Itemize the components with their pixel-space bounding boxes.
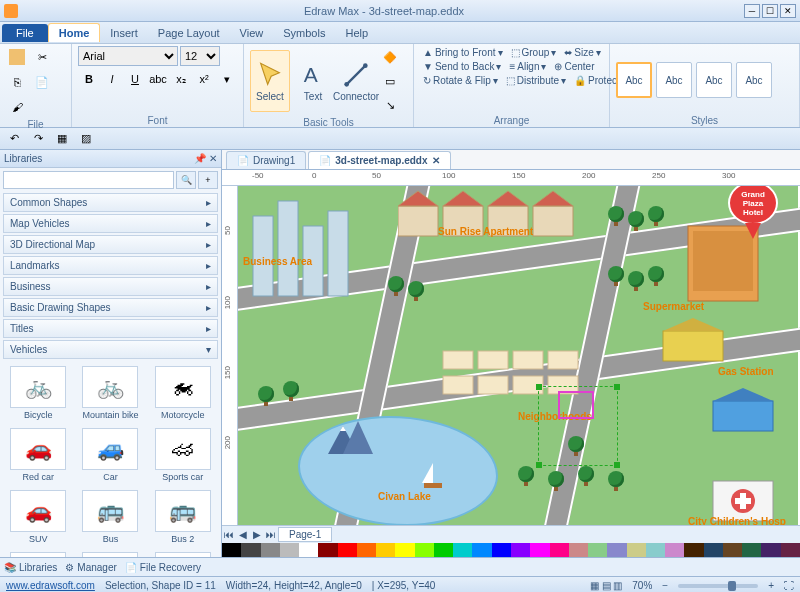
- style-swatch-3[interactable]: Abc: [696, 62, 732, 98]
- color-swatch[interactable]: [704, 543, 723, 557]
- shape-car[interactable]: 🚙Car: [76, 426, 144, 484]
- text-tool[interactable]: A Text: [293, 50, 333, 112]
- color-swatch[interactable]: [607, 543, 626, 557]
- select-tool[interactable]: Select: [250, 50, 290, 112]
- canvas[interactable]: Business Area Sun Rise Apartment Superma…: [238, 186, 800, 525]
- color-swatch[interactable]: [550, 543, 569, 557]
- style-swatch-2[interactable]: Abc: [656, 62, 692, 98]
- snap-button[interactable]: ▨: [76, 130, 96, 148]
- zoom-out-button[interactable]: −: [662, 580, 668, 591]
- style-swatch-4[interactable]: Abc: [736, 62, 772, 98]
- view-mode-icons[interactable]: ▦ ▤ ▥: [590, 580, 623, 591]
- new-button[interactable]: 📄: [31, 71, 53, 93]
- shape-helicopter[interactable]: 🚁Helicopter: [4, 550, 72, 557]
- color-swatch[interactable]: [684, 543, 703, 557]
- library-add-button[interactable]: +: [198, 171, 218, 189]
- sub-button[interactable]: x₂: [170, 68, 192, 90]
- page-last[interactable]: ⏭: [264, 529, 278, 540]
- map-pin-hotel[interactable]: Grand Plaza Hotel: [728, 186, 778, 241]
- color-swatch[interactable]: [646, 543, 665, 557]
- color-swatch[interactable]: [280, 543, 299, 557]
- color-swatch[interactable]: [434, 543, 453, 557]
- color-swatch[interactable]: [453, 543, 472, 557]
- rotate-button[interactable]: ↻ Rotate & Flip ▾: [420, 74, 501, 87]
- shape-suv[interactable]: 🚗SUV: [4, 488, 72, 546]
- send-back-button[interactable]: ▼ Send to Back ▾: [420, 60, 504, 73]
- shape-bus-2[interactable]: 🚌Bus 2: [149, 488, 217, 546]
- color-swatch[interactable]: [781, 543, 800, 557]
- color-swatch[interactable]: [415, 543, 434, 557]
- shape-bus[interactable]: 🚌Bus: [76, 488, 144, 546]
- page-prev[interactable]: ◀: [236, 529, 250, 540]
- color-swatch[interactable]: [492, 543, 511, 557]
- shape-red-car[interactable]: 🚗Red car: [4, 426, 72, 484]
- color-swatch[interactable]: [395, 543, 414, 557]
- shape-mountain-bike[interactable]: 🚲Mountain bike: [76, 364, 144, 422]
- category-basic-drawing[interactable]: Basic Drawing Shapes▸: [3, 298, 218, 317]
- color-swatch[interactable]: [261, 543, 280, 557]
- copy-button[interactable]: ⎘: [6, 71, 28, 93]
- color-swatch[interactable]: [318, 543, 337, 557]
- zoom-in-button[interactable]: +: [768, 580, 774, 591]
- cut-button[interactable]: ✂: [31, 46, 53, 68]
- color-swatch[interactable]: [761, 543, 780, 557]
- menu-view[interactable]: View: [230, 24, 274, 42]
- underline-button[interactable]: U: [124, 68, 146, 90]
- category-titles[interactable]: Titles▸: [3, 319, 218, 338]
- color-palette[interactable]: [222, 543, 800, 557]
- tab-libraries[interactable]: 📚 Libraries: [4, 562, 57, 573]
- connector-tool[interactable]: Connector: [336, 50, 376, 112]
- menu-page-layout[interactable]: Page Layout: [148, 24, 230, 42]
- library-search-button[interactable]: 🔍: [176, 171, 196, 189]
- color-swatch[interactable]: [472, 543, 491, 557]
- color-swatch[interactable]: [376, 543, 395, 557]
- zoom-slider[interactable]: [678, 584, 758, 588]
- paste-button[interactable]: [6, 46, 28, 68]
- group-button[interactable]: ⬚ Group ▾: [508, 46, 560, 59]
- category-map-vehicles[interactable]: Map Vehicles▸: [3, 214, 218, 233]
- redo-button[interactable]: ↷: [28, 130, 48, 148]
- category-common-shapes[interactable]: Common Shapes▸: [3, 193, 218, 212]
- category-landmarks[interactable]: Landmarks▸: [3, 256, 218, 275]
- strike-button[interactable]: abc: [147, 68, 169, 90]
- shape-fill-button[interactable]: 🔶: [379, 46, 401, 68]
- color-swatch[interactable]: [222, 543, 241, 557]
- bold-button[interactable]: B: [78, 68, 100, 90]
- color-swatch[interactable]: [665, 543, 684, 557]
- shape-helicopter-2[interactable]: 🚁Helicopter 2: [76, 550, 144, 557]
- fit-button[interactable]: ⛶: [784, 580, 794, 591]
- minimize-button[interactable]: ─: [744, 4, 760, 18]
- shape-line-button[interactable]: ▭: [379, 70, 401, 92]
- grid-button[interactable]: ▦: [52, 130, 72, 148]
- library-search-input[interactable]: [3, 171, 174, 189]
- font-more-button[interactable]: ▾: [216, 68, 238, 90]
- font-size-select[interactable]: 12: [180, 46, 220, 66]
- category-business[interactable]: Business▸: [3, 277, 218, 296]
- center-button[interactable]: ⊕ Center: [551, 60, 597, 73]
- bring-front-button[interactable]: ▲ Bring to Front ▾: [420, 46, 506, 59]
- tab-manager[interactable]: ⚙ Manager: [65, 562, 116, 573]
- font-family-select[interactable]: Arial: [78, 46, 178, 66]
- maximize-button[interactable]: ☐: [762, 4, 778, 18]
- menu-help[interactable]: Help: [335, 24, 378, 42]
- color-swatch[interactable]: [723, 543, 742, 557]
- menu-symbols[interactable]: Symbols: [273, 24, 335, 42]
- sup-button[interactable]: x²: [193, 68, 215, 90]
- distribute-button[interactable]: ⬚ Distribute ▾: [503, 74, 569, 87]
- selection-crop[interactable]: [558, 391, 594, 419]
- color-swatch[interactable]: [511, 543, 530, 557]
- category-vehicles[interactable]: Vehicles▾: [3, 340, 218, 359]
- color-swatch[interactable]: [627, 543, 646, 557]
- color-swatch[interactable]: [299, 543, 318, 557]
- shape-motorcycle[interactable]: 🏍Motorcycle: [149, 364, 217, 422]
- file-menu-button[interactable]: File: [2, 24, 48, 42]
- doc-tab-drawing1[interactable]: 📄 Drawing1: [226, 151, 306, 169]
- color-swatch[interactable]: [241, 543, 260, 557]
- menu-insert[interactable]: Insert: [100, 24, 148, 42]
- color-swatch[interactable]: [357, 543, 376, 557]
- color-swatch[interactable]: [742, 543, 761, 557]
- color-swatch[interactable]: [588, 543, 607, 557]
- tab-file-recovery[interactable]: 📄 File Recovery: [125, 562, 201, 573]
- close-button[interactable]: ✕: [780, 4, 796, 18]
- shape-arrow-button[interactable]: ↘: [379, 94, 401, 116]
